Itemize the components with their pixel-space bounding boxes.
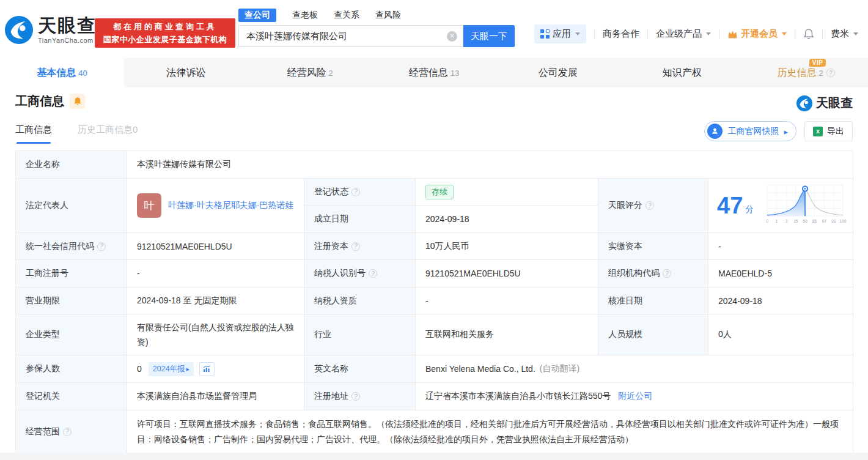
- value-text: 0: [137, 364, 142, 374]
- nav-enterprise-products[interactable]: 企业级产品: [656, 28, 711, 40]
- user-menu[interactable]: 费米: [831, 28, 858, 40]
- search-tab-boss[interactable]: 查老板: [292, 10, 318, 21]
- tab-label: 公司发展: [539, 67, 578, 80]
- insured-trend-chart-icon[interactable]: [199, 362, 215, 376]
- auto-translate-note: (自动翻译): [540, 363, 579, 374]
- label-text: 成立日期: [314, 213, 348, 224]
- help-icon: [63, 428, 72, 436]
- svg-text:99: 99: [831, 219, 836, 223]
- tab-label: 基本信息: [37, 67, 76, 80]
- label-text: 企业名称: [26, 159, 60, 170]
- subtab-business-info[interactable]: 工商信息: [15, 124, 52, 144]
- vip-menu-label: 开通会员: [741, 28, 778, 40]
- field-value-taxpayer-id: 91210521MAE0EHLD5U: [416, 260, 598, 288]
- field-value-insured-count: 0 2024年报: [127, 355, 304, 383]
- field-label-org-code: 组织机构代码: [598, 260, 708, 288]
- search-tab-relation[interactable]: 查关系: [334, 10, 359, 21]
- notification-bell-icon[interactable]: [803, 28, 814, 40]
- tianyancha-logo[interactable]: 天眼查 TianYanCha.com: [5, 16, 97, 44]
- help-icon: [645, 201, 654, 210]
- chevron-down-icon: [853, 32, 858, 35]
- search-tab-company[interactable]: 查公司: [238, 9, 276, 22]
- field-label-insured-count: 参保人数: [16, 355, 127, 383]
- svg-text:85: 85: [812, 219, 817, 223]
- field-label-establish-date: 成立日期: [304, 206, 416, 233]
- value-text: 91210521MAE0EHLD5U: [425, 269, 521, 278]
- help-icon: [351, 392, 360, 401]
- nav-business-cooperation[interactable]: 商务合作: [603, 28, 639, 40]
- nav-divider: [719, 30, 719, 39]
- field-value-reg-address: 辽宁省本溪市本溪满族自治县小市镇长江路550号 附近公司: [416, 383, 853, 410]
- section-actions: 工商官网快照 导出: [704, 121, 853, 141]
- field-label-legal-rep: 法定代表人: [16, 179, 127, 233]
- clear-search-icon[interactable]: [447, 31, 457, 42]
- label-text: 统一社会信用代码: [26, 241, 94, 252]
- field-value-score: 47 分: [708, 179, 853, 233]
- svg-text:100: 100: [839, 219, 846, 223]
- apps-menu[interactable]: 应用: [534, 24, 586, 43]
- brand-name: 天眼查: [38, 17, 97, 35]
- label-text: 登记机关: [26, 391, 60, 402]
- tab-label: 法律诉讼: [166, 67, 205, 80]
- help-icon: [826, 69, 835, 77]
- stamp-icon: [707, 124, 723, 139]
- tab-operation-info[interactable]: 经营信息 13: [372, 58, 496, 87]
- tab-label: 经营信息: [409, 67, 448, 80]
- label-text: 实缴资本: [608, 241, 642, 252]
- nearby-companies-link[interactable]: 附近公司: [618, 391, 652, 402]
- field-value-credit-code: 91210521MAE0EHLD5U: [127, 233, 304, 260]
- value-text: -: [425, 296, 428, 306]
- section-header: 工商信息: [15, 93, 85, 109]
- field-value-approval-date: 2024-09-18: [708, 288, 853, 314]
- tab-operation-risk[interactable]: 经营风险 2: [248, 58, 372, 87]
- search-tab-risk[interactable]: 查风险: [375, 10, 401, 21]
- tab-legal-proceedings[interactable]: 法律诉讼: [124, 58, 248, 87]
- tab-history-info[interactable]: 历史信息 VIP 2: [744, 58, 868, 87]
- field-label-reg-authority: 登记机关: [16, 383, 127, 410]
- nav-business-label: 商务合作: [603, 28, 639, 40]
- value-text: -: [718, 242, 721, 251]
- help-icon: [351, 188, 360, 196]
- tab-count: 13: [451, 69, 459, 78]
- subtab-history-business-info[interactable]: 历史工商信息0: [78, 124, 138, 144]
- label-text: 核准日期: [608, 295, 642, 306]
- search-input[interactable]: [239, 31, 463, 42]
- field-value-reg-capital: 10万人民币: [416, 233, 598, 260]
- label-text: 人员规模: [608, 329, 642, 340]
- tab-basic-info[interactable]: 基本信息 40: [0, 58, 124, 87]
- vip-menu[interactable]: 开通会员: [727, 28, 787, 40]
- export-button[interactable]: 导出: [804, 121, 853, 141]
- tab-count: 2: [329, 69, 333, 78]
- company-name: 本溪叶莲娜传媒有限公司: [137, 159, 231, 170]
- value-text: 2024-09-18: [718, 296, 762, 306]
- tianyancha-logo-icon: [796, 95, 812, 111]
- field-label-credit-code: 统一社会信用代码: [16, 233, 127, 260]
- help-icon: [663, 269, 671, 278]
- page-bottom-strip: [0, 453, 868, 460]
- label-text: 注册资本: [314, 241, 348, 252]
- tab-label: 经营风险: [287, 67, 326, 80]
- field-value-org-code: MAE0EHLD-5: [708, 260, 853, 288]
- field-label-taxpayer-quality: 纳税人资质: [304, 288, 416, 314]
- field-value-business-term: 2024-09-18 至 无固定期限: [127, 288, 304, 314]
- legal-rep-avatar[interactable]: 叶: [137, 193, 161, 218]
- label-text: 天眼评分: [608, 200, 642, 211]
- nav-divider: [647, 30, 648, 39]
- arrow-right-icon: [784, 127, 788, 136]
- tab-label: 历史信息: [777, 67, 816, 78]
- nav-enterprise-label: 企业级产品: [656, 28, 702, 40]
- annual-report-badge[interactable]: 2024年报: [149, 362, 194, 376]
- official-snapshot-button[interactable]: 工商官网快照: [704, 121, 796, 141]
- tab-company-development[interactable]: 公司发展: [496, 58, 620, 87]
- label-text: 纳税人资质: [314, 295, 357, 306]
- search-button[interactable]: 天眼一下: [463, 25, 515, 47]
- field-label-reg-capital: 注册资本: [304, 233, 416, 260]
- export-label: 导出: [827, 126, 844, 137]
- field-label-staff-size: 人员规模: [598, 314, 708, 355]
- score-unit: 分: [745, 204, 754, 215]
- promo-banner: 都在用的商业查询工具 国家中小企业发展子基金旗下机构: [95, 18, 235, 48]
- legal-rep-name-link[interactable]: 叶莲娜·叶夫格尼耶夫娜·巴热诺娃: [168, 199, 294, 212]
- subscribe-bell-icon[interactable]: [70, 94, 85, 109]
- sub-tabs: 工商信息 历史工商信息0: [15, 124, 138, 144]
- tab-intellectual-property[interactable]: 知识产权: [620, 58, 744, 87]
